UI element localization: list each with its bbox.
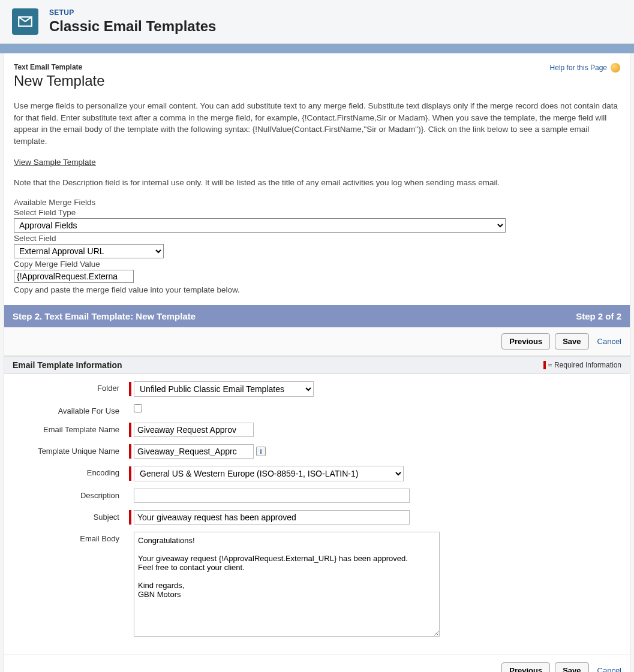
section-title: Email Template Information [13, 360, 122, 370]
subject-input[interactable] [134, 510, 410, 525]
copy-merge-help: Copy and paste the merge field value int… [14, 285, 620, 294]
note-text: Note that the Description field is for i… [14, 178, 620, 187]
required-text: = Required Information [548, 361, 621, 369]
previous-button[interactable]: Previous [501, 333, 550, 349]
field-label: Select Field [14, 234, 620, 243]
folder-select[interactable]: Unfiled Public Classic Email Templates [134, 381, 314, 397]
available-label: Available For Use [4, 400, 124, 419]
top-button-row: Previous Save Cancel [4, 327, 630, 356]
template-name-input[interactable] [134, 423, 254, 437]
copy-merge-input[interactable] [14, 270, 134, 283]
page-header: SETUP Classic Email Templates [0, 0, 634, 44]
email-body-textarea[interactable] [134, 532, 440, 637]
page-subtitle: Text Email Template [14, 63, 105, 71]
help-link[interactable]: Help for this Page [550, 63, 620, 73]
available-checkbox[interactable] [134, 404, 142, 412]
step-title: Step 2. Text Email Template: New Templat… [13, 311, 196, 321]
cancel-link[interactable]: Cancel [597, 666, 621, 672]
save-button[interactable]: Save [555, 662, 588, 672]
divider-bar [0, 44, 634, 53]
field-select[interactable]: External Approval URL [14, 244, 164, 258]
page-title: New Template [14, 73, 105, 89]
required-mark-icon [129, 382, 131, 396]
info-icon[interactable]: i [256, 447, 266, 456]
previous-button[interactable]: Previous [501, 662, 550, 672]
required-mark-icon [129, 444, 131, 459]
folder-label: Folder [4, 378, 124, 400]
required-legend: = Required Information [543, 361, 621, 369]
subject-label: Subject [4, 507, 124, 528]
unique-name-input[interactable] [134, 444, 254, 459]
field-type-select[interactable]: Approval Fields [14, 218, 506, 233]
body-label: Email Body [4, 528, 124, 640]
setup-label: SETUP [49, 8, 216, 17]
merge-heading: Available Merge Fields [14, 198, 620, 207]
description-text: Use merge fields to personalize your ema… [14, 100, 620, 147]
step-bar: Step 2. Text Email Template: New Templat… [4, 305, 630, 327]
required-mark-icon [129, 466, 131, 481]
cancel-link[interactable]: Cancel [597, 337, 621, 346]
page-main-title: Classic Email Templates [49, 18, 216, 35]
description-input[interactable] [134, 489, 410, 503]
required-mark-icon [129, 510, 131, 525]
encoding-select[interactable]: General US & Western Europe (ISO-8859-1,… [134, 466, 404, 481]
section-header: Email Template Information = Required In… [4, 356, 630, 374]
name-label: Email Template Name [4, 419, 124, 441]
bottom-button-row: Previous Save Cancel [4, 655, 630, 672]
unique-label: Template Unique Name [4, 441, 124, 462]
encoding-label: Encoding [4, 462, 124, 485]
step-counter: Step 2 of 2 [576, 311, 621, 321]
field-type-label: Select Field Type [14, 208, 620, 217]
required-mark-icon [129, 423, 131, 437]
save-button[interactable]: Save [555, 333, 588, 349]
help-link-label: Help for this Page [550, 64, 607, 72]
merge-fields-area: Available Merge Fields Select Field Type… [14, 198, 620, 294]
description-label: Description [4, 485, 124, 507]
copy-merge-label: Copy Merge Field Value [14, 260, 620, 269]
required-mark-icon [543, 361, 546, 369]
email-icon [12, 8, 38, 35]
view-sample-link[interactable]: View Sample Template [14, 158, 96, 167]
help-icon [611, 63, 620, 73]
